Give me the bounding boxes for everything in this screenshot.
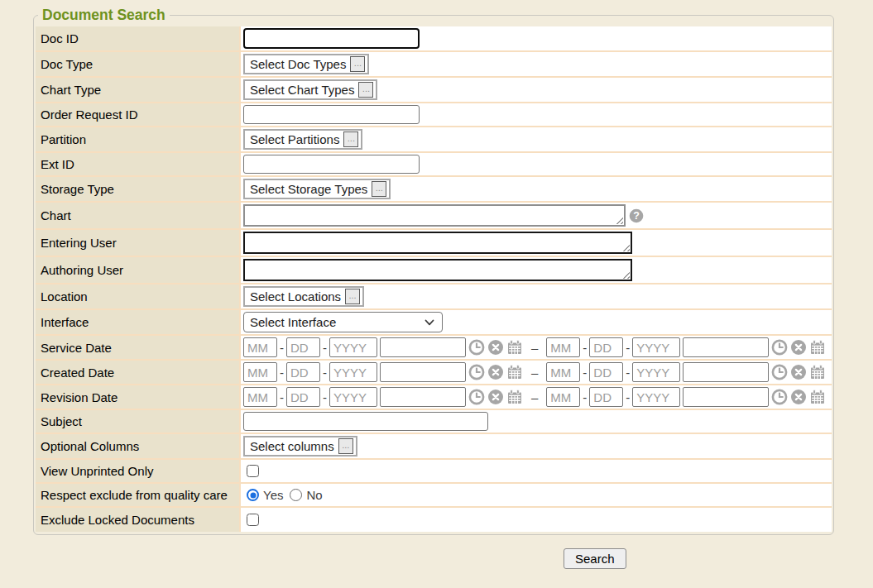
exclude-locked-documents-checkbox[interactable] [247,514,259,526]
row-view-unprinted-only: View Unprinted Only [36,460,832,484]
created-date-from-time-input[interactable] [380,362,466,382]
view-unprinted-only-checkbox[interactable] [247,465,259,477]
calendar-icon[interactable] [506,339,523,356]
storage-type-selector[interactable]: Select Storage Types ... [243,179,391,199]
search-button[interactable]: Search [564,548,626,569]
row-exclude-locked-documents: Exclude Locked Documents [36,508,832,532]
row-doc-id: Doc ID [36,26,832,52]
interface-select[interactable]: Select Interface [243,312,443,332]
revision-date-to-year-input[interactable] [632,387,680,407]
partition-browse-button[interactable]: ... [343,131,358,147]
created-date-to-month-input[interactable] [546,362,580,382]
doc-type-browse-button[interactable]: ... [350,56,365,72]
clear-icon[interactable] [790,364,807,380]
partition-label: Partition [36,127,241,151]
calendar-icon[interactable] [506,389,523,405]
resize-grip-icon[interactable] [622,271,630,279]
storage-type-label: Storage Type [36,177,241,201]
service-date-from-time-input[interactable] [380,337,466,357]
clock-icon[interactable] [468,364,485,380]
respect-exclude-quality-care-label: Respect exclude from quality care [36,484,241,506]
form-title: Document Search [38,7,170,24]
optional-columns-browse-button[interactable]: ... [338,438,353,454]
date-separator: - [626,390,630,404]
service-date-from-day-input[interactable] [286,337,320,357]
row-created-date: Created Date - - – [36,361,832,385]
row-authoring-user: Authoring User [36,257,832,284]
date-separator: - [323,366,327,380]
revision-date-from-day-input[interactable] [286,387,320,407]
date-range-dash: – [531,341,538,355]
calendar-icon[interactable] [809,364,826,380]
calendar-icon[interactable] [506,364,523,380]
authoring-user-textarea[interactable] [243,259,632,281]
ext-id-label: Ext ID [36,153,241,175]
clear-icon[interactable] [790,339,807,356]
revision-date-from-year-input[interactable] [329,387,377,407]
storage-type-browse-button[interactable]: ... [372,181,386,197]
clear-icon[interactable] [487,364,504,380]
row-entering-user: Entering User [36,230,832,257]
date-separator: - [583,390,587,404]
service-date-from-year-input[interactable] [329,337,377,357]
search-button-row: Search [564,548,873,569]
chart-type-label: Chart Type [36,78,241,102]
service-date-to-month-input[interactable] [546,337,580,357]
entering-user-textarea[interactable] [243,232,632,254]
resize-grip-icon[interactable] [622,244,630,251]
revision-date-from-month-input[interactable] [243,387,277,407]
row-doc-type: Doc Type Select Doc Types ... [36,52,832,78]
doc-type-selector[interactable]: Select Doc Types ... [243,54,369,74]
interface-label: Interface [36,310,241,334]
service-date-to-time-input[interactable] [683,337,769,357]
created-date-label: Created Date [36,361,241,384]
location-selector[interactable]: Select Locations ... [243,286,364,307]
optional-columns-selector-text: Select columns [250,439,334,453]
chevron-down-icon [425,319,434,326]
partition-selector[interactable]: Select Partitions ... [243,129,362,150]
clock-icon[interactable] [771,364,788,380]
service-date-to-year-input[interactable] [632,337,680,357]
chart-type-selector[interactable]: Select Chart Types ... [243,79,377,100]
row-service-date: Service Date - - – [36,336,832,361]
clock-icon[interactable] [771,389,788,405]
service-date-to-day-input[interactable] [589,337,623,357]
order-request-id-input[interactable] [243,105,420,124]
chart-type-browse-button[interactable]: ... [358,82,373,98]
created-date-to-day-input[interactable] [589,362,623,382]
clear-icon[interactable] [790,389,807,405]
help-icon[interactable]: ? [629,208,644,223]
clock-icon[interactable] [468,389,485,405]
created-date-to-year-input[interactable] [632,362,680,382]
subject-label: Subject [36,410,241,433]
date-separator: - [323,390,327,404]
revision-date-to-month-input[interactable] [546,387,580,407]
clock-icon[interactable] [771,339,788,356]
chart-textarea[interactable] [243,204,626,227]
respect-exclude-yes-radio[interactable] [247,489,259,501]
calendar-icon[interactable] [809,339,826,356]
date-separator: - [626,366,630,380]
subject-input[interactable] [243,412,488,431]
created-date-to-time-input[interactable] [683,362,769,382]
resize-grip-icon[interactable] [616,217,623,224]
ext-id-input[interactable] [243,155,420,174]
date-separator: - [280,366,284,380]
created-date-from-year-input[interactable] [329,362,377,382]
revision-date-label: Revision Date [36,385,241,409]
optional-columns-selector[interactable]: Select columns ... [243,436,357,457]
service-date-from-month-input[interactable] [243,337,277,357]
clear-icon[interactable] [487,339,504,356]
revision-date-to-day-input[interactable] [589,387,623,407]
doc-id-input[interactable] [243,28,420,49]
created-date-from-month-input[interactable] [243,362,277,382]
clear-icon[interactable] [487,389,504,405]
respect-exclude-no-radio[interactable] [290,489,302,501]
revision-date-from-time-input[interactable] [380,387,466,407]
clock-icon[interactable] [468,339,485,356]
created-date-from-day-input[interactable] [286,362,320,382]
revision-date-to-time-input[interactable] [683,387,769,407]
exclude-locked-documents-label: Exclude Locked Documents [36,508,241,532]
location-browse-button[interactable]: ... [345,289,360,304]
calendar-icon[interactable] [809,389,826,405]
